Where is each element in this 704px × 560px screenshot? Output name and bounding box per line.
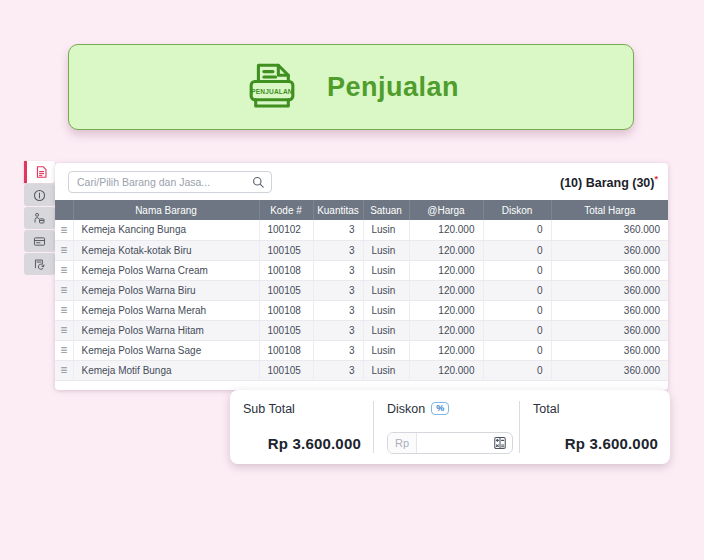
cell-nama-barang[interactable]: Kemeja Polos Warna Biru — [73, 280, 259, 300]
drag-handle-icon[interactable] — [55, 340, 73, 360]
cell-kode[interactable]: 100108 — [259, 300, 313, 320]
cell-nama-barang[interactable]: Kemeja Kotak-kotak Biru — [73, 240, 259, 260]
cell-diskon[interactable]: 0 — [483, 260, 551, 280]
cell-satuan[interactable]: Lusin — [363, 220, 409, 240]
currency-prefix: Rp — [388, 433, 417, 453]
total-label: Total — [533, 402, 658, 416]
rail-item-courier[interactable] — [24, 207, 55, 229]
drag-handle-icon[interactable] — [55, 280, 73, 300]
drag-handle-icon[interactable] — [55, 220, 73, 240]
table-row[interactable]: Kemeja Motif Bunga 100105 3 Lusin 120.00… — [55, 360, 668, 380]
cell-total-harga[interactable]: 360.000 — [551, 280, 668, 300]
drag-handle-icon[interactable] — [55, 320, 73, 340]
cell-diskon[interactable]: 0 — [483, 240, 551, 260]
table-row[interactable]: Kemeja Kancing Bunga 100102 3 Lusin 120.… — [55, 220, 668, 240]
cell-kode[interactable]: 100108 — [259, 340, 313, 360]
cell-nama-barang[interactable]: Kemeja Kancing Bunga — [73, 220, 259, 240]
cell-kode[interactable]: 100105 — [259, 320, 313, 340]
subtotal-section: Sub Total Rp 3.600.000 — [230, 390, 373, 464]
cell-diskon[interactable]: 0 — [483, 280, 551, 300]
cell-harga[interactable]: 120.000 — [409, 260, 483, 280]
col-kode[interactable]: Kode # — [259, 200, 313, 220]
cell-diskon[interactable]: 0 — [483, 300, 551, 320]
cell-diskon[interactable]: 0 — [483, 320, 551, 340]
cell-satuan[interactable]: Lusin — [363, 240, 409, 260]
cell-kuantitas[interactable]: 3 — [313, 220, 363, 240]
drag-handle-icon[interactable] — [55, 300, 73, 320]
cell-kode[interactable]: 100108 — [259, 260, 313, 280]
calculator-button[interactable] — [488, 436, 512, 450]
percent-badge[interactable]: % — [431, 402, 449, 415]
item-search[interactable] — [68, 171, 272, 193]
cell-harga[interactable]: 120.000 — [409, 220, 483, 240]
total-section: Total Rp 3.600.000 — [520, 390, 670, 464]
table-row[interactable]: Kemeja Polos Warna Biru 100105 3 Lusin 1… — [55, 280, 668, 300]
cell-kuantitas[interactable]: 3 — [313, 360, 363, 380]
cell-nama-barang[interactable]: Kemeja Polos Warna Cream — [73, 260, 259, 280]
drag-handle-icon[interactable] — [55, 240, 73, 260]
cell-harga[interactable]: 120.000 — [409, 340, 483, 360]
table-row[interactable]: Kemeja Polos Warna Merah 100108 3 Lusin … — [55, 300, 668, 320]
cell-satuan[interactable]: Lusin — [363, 360, 409, 380]
items-table: Nama Barang Kode # Kuantitas Satuan @Har… — [55, 200, 668, 381]
calculator-icon — [493, 436, 507, 450]
cell-harga[interactable]: 120.000 — [409, 360, 483, 380]
cell-kuantitas[interactable]: 3 — [313, 260, 363, 280]
table-row[interactable]: Kemeja Polos Warna Hitam 100105 3 Lusin … — [55, 320, 668, 340]
cell-kuantitas[interactable]: 3 — [313, 240, 363, 260]
cell-diskon[interactable]: 0 — [483, 360, 551, 380]
cell-kuantitas[interactable]: 3 — [313, 300, 363, 320]
table-header-row: Nama Barang Kode # Kuantitas Satuan @Har… — [55, 200, 668, 220]
cell-total-harga[interactable]: 360.000 — [551, 360, 668, 380]
cell-nama-barang[interactable]: Kemeja Polos Warna Merah — [73, 300, 259, 320]
drag-handle-icon[interactable] — [55, 260, 73, 280]
table-row[interactable]: Kemeja Polos Warna Cream 100108 3 Lusin … — [55, 260, 668, 280]
cell-satuan[interactable]: Lusin — [363, 320, 409, 340]
cell-kode[interactable]: 100105 — [259, 360, 313, 380]
diskon-input[interactable] — [417, 437, 488, 449]
rail-item-return[interactable] — [24, 253, 55, 275]
cell-total-harga[interactable]: 360.000 — [551, 320, 668, 340]
cell-nama-barang[interactable]: Kemeja Polos Warna Hitam — [73, 320, 259, 340]
cell-total-harga[interactable]: 360.000 — [551, 300, 668, 320]
cell-diskon[interactable]: 0 — [483, 340, 551, 360]
col-nama-barang[interactable]: Nama Barang — [73, 200, 259, 220]
search-input[interactable] — [77, 176, 252, 188]
rail-item-invoice[interactable] — [24, 161, 55, 183]
cell-harga[interactable]: 120.000 — [409, 320, 483, 340]
cell-total-harga[interactable]: 360.000 — [551, 220, 668, 240]
col-total-harga[interactable]: Total Harga — [551, 200, 668, 220]
table-row[interactable]: Kemeja Kotak-kotak Biru 100105 3 Lusin 1… — [55, 240, 668, 260]
svg-text:PENJUALAN: PENJUALAN — [251, 88, 293, 95]
cell-kuantitas[interactable]: 3 — [313, 280, 363, 300]
cell-kode[interactable]: 100102 — [259, 220, 313, 240]
cell-kode[interactable]: 100105 — [259, 280, 313, 300]
cell-total-harga[interactable]: 360.000 — [551, 340, 668, 360]
cell-harga[interactable]: 120.000 — [409, 300, 483, 320]
col-satuan[interactable]: Satuan — [363, 200, 409, 220]
cell-satuan[interactable]: Lusin — [363, 340, 409, 360]
cell-kode[interactable]: 100105 — [259, 240, 313, 260]
cell-kuantitas[interactable]: 3 — [313, 320, 363, 340]
cell-harga[interactable]: 120.000 — [409, 240, 483, 260]
cell-nama-barang[interactable]: Kemeja Motif Bunga — [73, 360, 259, 380]
cell-satuan[interactable]: Lusin — [363, 260, 409, 280]
items-panel: (10) Barang (30)* Nama Barang Kode # Kua… — [55, 163, 668, 390]
rail-item-info[interactable] — [24, 184, 55, 206]
table-row[interactable]: Kemeja Polos Warna Sage 100108 3 Lusin 1… — [55, 340, 668, 360]
cell-diskon[interactable]: 0 — [483, 220, 551, 240]
cell-satuan[interactable]: Lusin — [363, 280, 409, 300]
drag-handle-icon[interactable] — [55, 360, 73, 380]
col-kuantitas[interactable]: Kuantitas — [313, 200, 363, 220]
col-harga[interactable]: @Harga — [409, 200, 483, 220]
cell-nama-barang[interactable]: Kemeja Polos Warna Sage — [73, 340, 259, 360]
cell-total-harga[interactable]: 360.000 — [551, 240, 668, 260]
cell-satuan[interactable]: Lusin — [363, 300, 409, 320]
cell-total-harga[interactable]: 360.000 — [551, 260, 668, 280]
col-diskon[interactable]: Diskon — [483, 200, 551, 220]
rail-item-card[interactable] — [24, 230, 55, 252]
diskon-label-text: Diskon — [387, 402, 425, 416]
cell-harga[interactable]: 120.000 — [409, 280, 483, 300]
cell-kuantitas[interactable]: 3 — [313, 340, 363, 360]
subtotal-label: Sub Total — [243, 402, 361, 416]
